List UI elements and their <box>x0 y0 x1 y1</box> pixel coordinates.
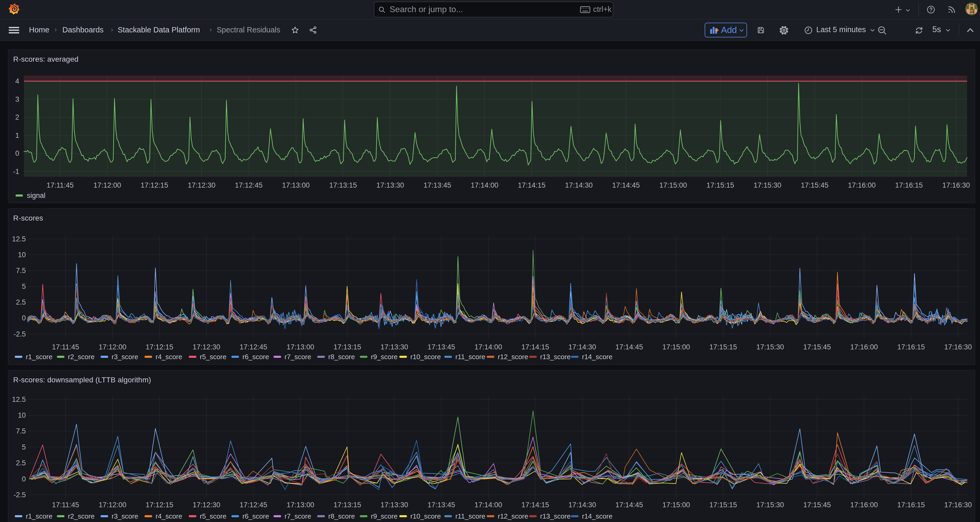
svg-text:17:14:00: 17:14:00 <box>474 343 502 351</box>
svg-text:r7_score: r7_score <box>285 512 311 520</box>
svg-text:17:12:45: 17:12:45 <box>240 343 267 351</box>
svg-text:12.5: 12.5 <box>12 235 26 243</box>
svg-text:17:15:45: 17:15:45 <box>803 343 831 351</box>
svg-text:17:14:30: 17:14:30 <box>568 501 596 509</box>
svg-text:17:12:00: 17:12:00 <box>94 181 121 189</box>
svg-text:17:16:15: 17:16:15 <box>897 343 925 351</box>
svg-text:17:14:30: 17:14:30 <box>565 181 593 189</box>
svg-text:17:12:45: 17:12:45 <box>235 181 262 189</box>
svg-text:r14_score: r14_score <box>582 353 612 361</box>
svg-text:17:12:30: 17:12:30 <box>192 501 220 509</box>
svg-text:17:16:00: 17:16:00 <box>850 501 878 509</box>
svg-text:17:11:45: 17:11:45 <box>52 501 79 509</box>
svg-text:r13_score: r13_score <box>540 512 571 520</box>
svg-text:17:14:15: 17:14:15 <box>518 181 546 189</box>
svg-text:17:12:30: 17:12:30 <box>192 343 220 351</box>
svg-text:17:11:45: 17:11:45 <box>46 181 74 189</box>
svg-text:17:15:45: 17:15:45 <box>803 501 831 509</box>
svg-text:17:13:30: 17:13:30 <box>381 343 408 351</box>
svg-text:17:12:30: 17:12:30 <box>188 181 215 189</box>
svg-text:2.5: 2.5 <box>16 459 26 467</box>
svg-text:12.5: 12.5 <box>12 396 26 404</box>
svg-text:signal: signal <box>27 192 46 200</box>
svg-text:17:14:45: 17:14:45 <box>616 501 643 509</box>
svg-text:17:13:15: 17:13:15 <box>329 181 357 189</box>
svg-text:r9_score: r9_score <box>371 353 398 361</box>
svg-text:r13_score: r13_score <box>540 353 571 361</box>
svg-text:r2_score: r2_score <box>68 353 94 361</box>
svg-text:17:14:15: 17:14:15 <box>522 501 549 509</box>
svg-text:7.5: 7.5 <box>16 267 26 275</box>
svg-text:r3_score: r3_score <box>111 353 138 361</box>
svg-text:17:15:30: 17:15:30 <box>754 181 781 189</box>
svg-text:17:16:30: 17:16:30 <box>944 343 972 351</box>
svg-text:17:12:00: 17:12:00 <box>99 343 126 351</box>
svg-text:17:12:15: 17:12:15 <box>146 501 173 509</box>
svg-text:17:12:45: 17:12:45 <box>240 501 267 509</box>
svg-text:17:16:00: 17:16:00 <box>850 343 878 351</box>
svg-text:r1_score: r1_score <box>26 353 52 361</box>
svg-text:r12_score: r12_score <box>498 512 528 520</box>
svg-text:-1: -1 <box>13 168 19 176</box>
svg-text:17:14:15: 17:14:15 <box>522 343 549 351</box>
svg-text:17:14:45: 17:14:45 <box>616 343 643 351</box>
svg-text:17:15:30: 17:15:30 <box>756 501 784 509</box>
svg-text:-2.5: -2.5 <box>13 491 26 499</box>
svg-text:17:11:45: 17:11:45 <box>52 343 79 351</box>
svg-text:17:13:00: 17:13:00 <box>286 343 314 351</box>
svg-text:r12_score: r12_score <box>498 353 528 361</box>
svg-text:17:13:30: 17:13:30 <box>376 181 404 189</box>
svg-text:3: 3 <box>15 96 19 103</box>
svg-text:r5_score: r5_score <box>200 512 226 520</box>
svg-text:17:16:30: 17:16:30 <box>944 501 972 509</box>
svg-text:17:12:00: 17:12:00 <box>99 501 126 509</box>
svg-text:1: 1 <box>15 131 19 139</box>
svg-text:17:13:00: 17:13:00 <box>286 501 314 509</box>
svg-text:17:14:00: 17:14:00 <box>474 501 502 509</box>
svg-text:17:13:00: 17:13:00 <box>282 181 310 189</box>
svg-text:17:12:15: 17:12:15 <box>146 343 173 351</box>
svg-text:17:15:15: 17:15:15 <box>706 181 734 189</box>
svg-text:17:16:30: 17:16:30 <box>942 181 970 189</box>
svg-text:5: 5 <box>22 283 26 291</box>
svg-text:17:13:15: 17:13:15 <box>334 501 361 509</box>
svg-text:2: 2 <box>15 113 19 121</box>
svg-text:0: 0 <box>22 314 26 322</box>
svg-text:17:12:15: 17:12:15 <box>140 181 168 189</box>
svg-text:r4_score: r4_score <box>156 353 182 361</box>
svg-text:17:15:15: 17:15:15 <box>710 343 737 351</box>
svg-text:17:13:45: 17:13:45 <box>423 181 451 189</box>
svg-text:17:13:15: 17:13:15 <box>334 343 361 351</box>
svg-text:r6_score: r6_score <box>242 353 269 361</box>
svg-text:17:15:30: 17:15:30 <box>756 343 784 351</box>
svg-text:17:15:15: 17:15:15 <box>710 501 737 509</box>
svg-text:r1_score: r1_score <box>26 512 52 520</box>
svg-text:17:16:15: 17:16:15 <box>897 501 925 509</box>
svg-text:17:15:00: 17:15:00 <box>662 501 690 509</box>
svg-text:10: 10 <box>18 251 26 259</box>
svg-text:5: 5 <box>22 443 26 451</box>
svg-text:r11_score: r11_score <box>455 512 485 520</box>
svg-text:17:13:45: 17:13:45 <box>428 501 455 509</box>
svg-text:-2.5: -2.5 <box>13 330 26 338</box>
svg-text:r4_score: r4_score <box>156 512 182 520</box>
svg-text:17:16:15: 17:16:15 <box>895 181 923 189</box>
svg-text:r8_score: r8_score <box>328 353 355 361</box>
svg-text:0: 0 <box>22 475 26 483</box>
svg-text:10: 10 <box>18 411 26 419</box>
svg-text:r7_score: r7_score <box>285 353 311 361</box>
svg-text:17:13:30: 17:13:30 <box>381 501 408 509</box>
svg-text:17:13:45: 17:13:45 <box>428 343 455 351</box>
svg-text:0: 0 <box>15 149 19 157</box>
svg-text:4: 4 <box>15 77 19 85</box>
svg-text:r11_score: r11_score <box>455 353 485 361</box>
svg-text:r10_score: r10_score <box>410 353 441 361</box>
svg-text:r14_score: r14_score <box>582 512 612 520</box>
svg-text:17:14:30: 17:14:30 <box>568 343 596 351</box>
svg-text:17:14:00: 17:14:00 <box>471 181 498 189</box>
svg-text:17:15:45: 17:15:45 <box>801 181 828 189</box>
svg-text:17:16:00: 17:16:00 <box>848 181 875 189</box>
svg-text:7.5: 7.5 <box>16 427 26 435</box>
svg-text:r5_score: r5_score <box>200 353 226 361</box>
svg-text:r6_score: r6_score <box>242 512 269 520</box>
